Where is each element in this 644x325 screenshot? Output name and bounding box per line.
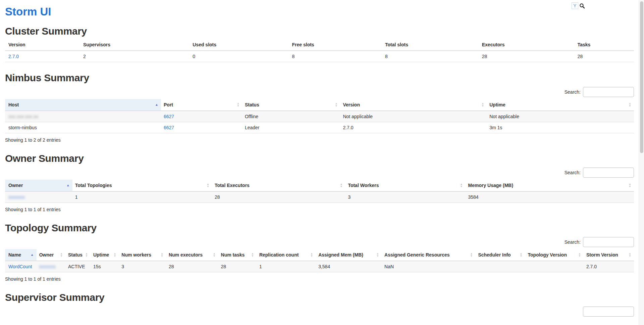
nimbus-version: Not applicable: [340, 111, 487, 122]
owner-total-executors: 28: [212, 191, 345, 203]
col-uptime[interactable]: Uptime ▲▼: [487, 99, 634, 111]
supervisor-search-input[interactable]: [583, 307, 634, 317]
topology-uptime: 15s: [91, 261, 119, 272]
sort-icons: ▲▼: [470, 252, 473, 257]
col-port[interactable]: Port ▲▼: [161, 99, 242, 111]
redacted-owner-link[interactable]: xxxxxxx: [39, 264, 56, 269]
col-owner[interactable]: Owner ▲: [5, 180, 72, 191]
col-replication-count[interactable]: Replication count ▲▼: [257, 249, 316, 261]
table-header-row: Name ▲ Owner ▲▼ Status ▲▼ Uptime ▲▼ Num …: [5, 249, 634, 261]
nimbus-port-link[interactable]: 6627: [164, 114, 174, 119]
col-total-executors[interactable]: Total Executors ▲▼: [212, 180, 345, 191]
sort-asc-icon: ▲: [155, 103, 158, 106]
nimbus-version: 2.7.0: [340, 122, 487, 133]
col-topology-version[interactable]: Topology Version ▲▼: [525, 249, 584, 261]
nimbus-status: Leader: [242, 122, 340, 133]
storm-ui-home-link[interactable]: Storm UI: [5, 5, 51, 18]
nimbus-uptime: Not applicable: [487, 111, 634, 122]
col-status[interactable]: Status ▲▼: [242, 99, 340, 111]
topology-name-link[interactable]: WordCount: [8, 264, 32, 269]
sort-icons: ▲▼: [113, 252, 116, 257]
cluster-free-slots: 8: [289, 51, 383, 62]
topology-scheduler-info: [475, 261, 525, 272]
col-num-tasks[interactable]: Num tasks ▲▼: [218, 249, 257, 261]
nimbus-uptime: 3m 1s: [487, 122, 634, 133]
table-row: xxxxxxx 1 28 3 3584: [5, 191, 634, 203]
topology-summary-heading: Topology Summary: [5, 222, 634, 234]
sort-icons: ▲▼: [237, 102, 239, 107]
col-version: Version: [5, 39, 80, 51]
sort-icons: ▲▼: [629, 102, 631, 107]
topology-assigned-generic-resources: NaN: [382, 261, 475, 272]
table-row: 2.7.0 2 0 8 8 28 28: [5, 51, 634, 62]
col-executors: Executors: [479, 39, 575, 51]
col-version[interactable]: Version ▲▼: [340, 99, 487, 111]
scrollbar-thumb[interactable]: [640, 1, 643, 153]
topology-filter-icon[interactable]: Y: [572, 2, 578, 9]
cluster-summary-table: Version Supervisors Used slots Free slot…: [5, 39, 634, 62]
header-icons: Y: [572, 2, 585, 9]
topology-status: ACTIVE: [65, 261, 91, 272]
col-status[interactable]: Status ▲▼: [65, 249, 91, 261]
sort-icons: ▲▼: [161, 252, 163, 257]
col-memory-usage[interactable]: Memory Usage (MB) ▲▼: [466, 180, 634, 191]
nimbus-entries-info: Showing 1 to 2 of 2 entries: [5, 137, 634, 143]
owner-search-input[interactable]: [583, 168, 634, 178]
app-title: Storm UI: [5, 5, 634, 18]
topology-search-input[interactable]: [583, 237, 634, 247]
col-assigned-mem[interactable]: Assigned Mem (MB) ▲▼: [316, 249, 382, 261]
topology-replication-count: 1: [257, 261, 316, 272]
col-num-workers[interactable]: Num workers ▲▼: [119, 249, 166, 261]
cluster-total-slots: 8: [382, 51, 479, 62]
col-scheduler-info[interactable]: Scheduler Info ▲▼: [475, 249, 525, 261]
search-label: Search:: [565, 170, 581, 175]
col-supervisors: Supervisors: [80, 39, 190, 51]
topology-version: [525, 261, 584, 272]
sort-icons: ▲▼: [460, 183, 463, 188]
sort-icons: ▲▼: [60, 252, 63, 257]
col-total-topologies[interactable]: Total Topologies ▲▼: [72, 180, 212, 191]
col-host[interactable]: Host ▲: [5, 99, 161, 111]
sort-icons: ▲▼: [85, 252, 88, 257]
col-num-executors[interactable]: Num executors ▲▼: [166, 249, 218, 261]
sort-icons: ▲▼: [340, 183, 342, 188]
table-header-row: Owner ▲ Total Topologies ▲▼ Total Execut…: [5, 180, 634, 191]
sort-icons: ▲▼: [629, 252, 631, 257]
topology-num-tasks: 28: [218, 261, 257, 272]
col-uptime[interactable]: Uptime ▲▼: [91, 249, 119, 261]
sort-icons: ▲▼: [335, 102, 337, 107]
scrollbar-track[interactable]: [639, 0, 644, 325]
nimbus-port-link[interactable]: 6627: [164, 125, 174, 130]
topology-search-bar: Search:: [5, 237, 634, 247]
owner-search-bar: Search:: [5, 168, 634, 178]
col-storm-version[interactable]: Storm Version ▲▼: [584, 249, 634, 261]
sort-icons: ▲▼: [376, 252, 379, 257]
col-name[interactable]: Name ▲: [5, 249, 37, 261]
sort-asc-icon: ▲: [31, 253, 34, 257]
sort-icons: ▲▼: [481, 102, 484, 107]
cluster-used-slots: 0: [190, 51, 289, 62]
supervisor-search-bar: Search:: [5, 307, 634, 317]
col-total-workers[interactable]: Total Workers ▲▼: [345, 180, 465, 191]
cluster-supervisors: 2: [80, 51, 190, 62]
owner-total-topologies: 1: [72, 191, 212, 203]
sort-icons: ▲▼: [629, 183, 631, 188]
col-tasks: Tasks: [575, 39, 634, 51]
redacted-owner-link[interactable]: xxxxxxx: [8, 194, 25, 200]
cluster-version-link[interactable]: 2.7.0: [8, 54, 19, 59]
col-used-slots: Used slots: [190, 39, 289, 51]
col-assigned-generic-resources[interactable]: Assigned Generic Resources ▲▼: [382, 249, 475, 261]
col-total-slots: Total slots: [382, 39, 479, 51]
table-header-row: Host ▲ Port ▲▼ Status ▲▼ Version ▲▼ Upti…: [5, 99, 634, 111]
cluster-summary-heading: Cluster Summary: [5, 26, 634, 37]
nimbus-summary-table: Host ▲ Port ▲▼ Status ▲▼ Version ▲▼ Upti…: [5, 99, 634, 133]
sort-icons: ▲▼: [251, 252, 254, 257]
sort-icons: ▲▼: [207, 183, 209, 188]
cluster-tasks: 28: [575, 51, 634, 62]
search-icon[interactable]: [579, 3, 585, 9]
col-owner[interactable]: Owner ▲▼: [37, 249, 65, 261]
sort-icons: ▲▼: [310, 252, 313, 257]
table-row: xxx.xxx.xxx.xx 6627 Offline Not applicab…: [5, 111, 634, 122]
cluster-executors: 28: [479, 51, 575, 62]
nimbus-search-input[interactable]: [583, 87, 634, 97]
